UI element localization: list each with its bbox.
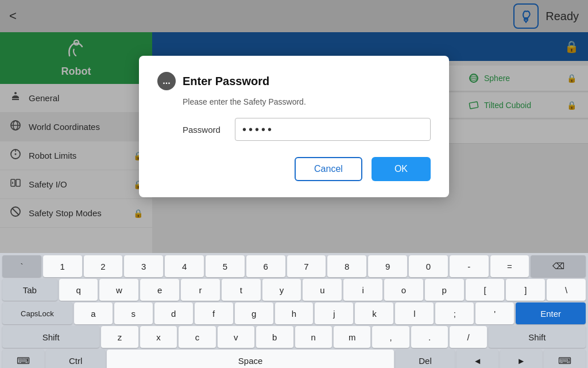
kb-row-zxcv: Shift z x c v b n m , . / Shift (2, 326, 586, 348)
kb-key-w[interactable]: w (99, 279, 138, 301)
kb-key-9[interactable]: 9 (368, 255, 407, 277)
kb-key-s[interactable]: s (114, 302, 153, 324)
dialog-subtitle: Please enter the Safety Password. (183, 97, 431, 106)
kb-row-asdf: CapsLock a s d f g h j k l ; ' Enter (2, 302, 586, 324)
cancel-button[interactable]: Cancel (295, 157, 362, 181)
kb-key-5[interactable]: 5 (206, 255, 245, 277)
kb-key-period[interactable]: . (411, 326, 448, 348)
kb-key-backspace[interactable]: ⌫ (531, 255, 586, 277)
kb-key-j[interactable]: j (315, 302, 353, 324)
kb-key-z[interactable]: z (101, 326, 138, 348)
password-field-row: Password (183, 118, 431, 141)
kb-key-equals[interactable]: = (490, 255, 529, 277)
kb-key-m[interactable]: m (334, 326, 370, 348)
kb-key-comma[interactable]: , (372, 326, 409, 348)
kb-key-backslash[interactable]: \ (547, 279, 586, 301)
dialog-header: ... Enter Password (157, 72, 431, 90)
kb-key-k[interactable]: k (355, 302, 393, 324)
kb-key-h[interactable]: h (275, 302, 314, 324)
virtual-keyboard: ` 1 2 3 4 5 6 7 8 9 0 - = ⌫ Tab q w e r … (0, 253, 588, 368)
kb-key-2[interactable]: 2 (84, 255, 123, 277)
kb-key-g[interactable]: g (235, 302, 273, 324)
kb-key-b[interactable]: b (256, 326, 293, 348)
kb-key-tab[interactable]: Tab (2, 279, 57, 301)
kb-key-shift-left[interactable]: Shift (2, 326, 99, 348)
kb-key-a[interactable]: a (74, 302, 113, 324)
kb-key-backtick[interactable]: ` (2, 255, 41, 277)
kb-key-quote[interactable]: ' (475, 302, 514, 324)
kb-key-close-bracket[interactable]: ] (506, 279, 545, 301)
kb-key-f[interactable]: f (195, 302, 233, 324)
kb-row-qwerty: Tab q w e r t y u i o p [ ] \ (2, 279, 586, 301)
kb-key-4[interactable]: 4 (165, 255, 204, 277)
kb-key-shift-right[interactable]: Shift (489, 326, 586, 348)
kb-key-0[interactable]: 0 (409, 255, 448, 277)
kb-key-q[interactable]: q (59, 279, 98, 301)
kb-key-y[interactable]: y (262, 279, 301, 301)
kb-key-l[interactable]: l (395, 302, 434, 324)
password-dialog: ... Enter Password Please enter the Safe… (139, 56, 449, 197)
dialog-title: Enter Password (183, 75, 269, 88)
kb-key-p[interactable]: p (425, 279, 464, 301)
kb-key-i[interactable]: i (343, 279, 382, 301)
kb-key-capslock[interactable]: CapsLock (2, 302, 72, 324)
kb-key-e[interactable]: e (140, 279, 179, 301)
kb-key-v[interactable]: v (218, 326, 254, 348)
kb-key-enter[interactable]: Enter (516, 302, 586, 324)
password-input[interactable] (235, 118, 431, 141)
kb-key-del[interactable]: Del (396, 350, 455, 368)
kb-key-3[interactable]: 3 (124, 255, 163, 277)
kb-key-d[interactable]: d (154, 302, 193, 324)
kb-key-arrow-left[interactable]: ◄ (457, 350, 498, 368)
kb-key-minus[interactable]: - (450, 255, 489, 277)
kb-row-numbers: ` 1 2 3 4 5 6 7 8 9 0 - = ⌫ (2, 255, 586, 277)
kb-key-n[interactable]: n (295, 326, 332, 348)
kb-key-space[interactable]: Space (107, 350, 393, 368)
dialog-overlay: ... Enter Password Please enter the Safe… (0, 0, 588, 253)
password-label: Password (183, 125, 226, 135)
kb-key-slash[interactable]: / (450, 326, 486, 348)
kb-key-r[interactable]: r (181, 279, 220, 301)
ok-button[interactable]: OK (372, 157, 431, 181)
kb-key-keyboard-left[interactable]: ⌨ (2, 350, 44, 368)
kb-key-t[interactable]: t (222, 279, 261, 301)
kb-key-semicolon[interactable]: ; (435, 302, 474, 324)
kb-key-o[interactable]: o (384, 279, 423, 301)
kb-key-1[interactable]: 1 (43, 255, 82, 277)
kb-key-ctrl[interactable]: Ctrl (46, 350, 105, 368)
kb-key-c[interactable]: c (179, 326, 215, 348)
kb-key-8[interactable]: 8 (327, 255, 366, 277)
kb-key-u[interactable]: u (303, 279, 342, 301)
dialog-icon: ... (157, 72, 176, 90)
kb-key-open-bracket[interactable]: [ (466, 279, 505, 301)
kb-row-bottom: ⌨ Ctrl Space Del ◄ ► ⌨ (2, 350, 586, 368)
kb-key-keyboard-right[interactable]: ⌨ (544, 350, 586, 368)
kb-key-7[interactable]: 7 (287, 255, 326, 277)
dialog-buttons: Cancel OK (157, 157, 431, 181)
kb-key-x[interactable]: x (140, 326, 177, 348)
kb-key-6[interactable]: 6 (246, 255, 285, 277)
kb-key-arrow-right[interactable]: ► (500, 350, 542, 368)
